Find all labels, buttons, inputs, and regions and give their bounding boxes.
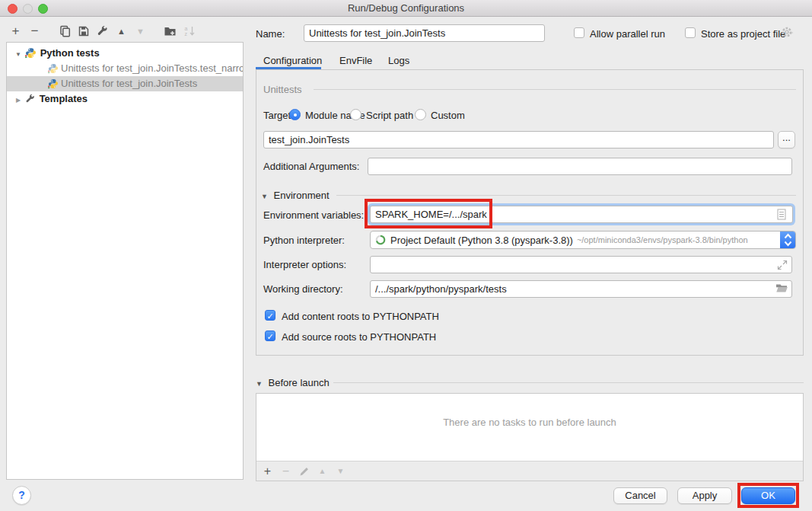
python-test-icon (48, 63, 59, 76)
save-icon[interactable] (77, 25, 90, 38)
edit-task-pencil-icon (298, 465, 310, 477)
python-test-icon (48, 78, 59, 91)
target-script-path-radio[interactable] (350, 109, 361, 120)
svg-text:z: z (184, 31, 187, 37)
target-custom-radio[interactable] (415, 109, 426, 120)
move-down-icon: ▼ (134, 25, 147, 38)
tab-envfile[interactable]: EnvFile (339, 55, 372, 66)
before-launch-title: Before launch (269, 377, 330, 388)
tree-item-python-tests[interactable]: ▼ Python tests (7, 46, 243, 61)
edit-defaults-wrench-icon[interactable] (96, 25, 109, 38)
store-as-project-file-checkbox[interactable] (685, 27, 696, 38)
move-up-icon[interactable]: ▲ (115, 25, 128, 38)
add-task-icon[interactable]: + (261, 465, 274, 477)
expand-field-icon[interactable] (776, 259, 788, 273)
tree-item-label: Python tests (40, 47, 100, 59)
before-launch-tasks-panel: There are no tasks to run before launch … (256, 393, 804, 481)
conda-env-icon (374, 234, 387, 246)
python-icon (25, 47, 37, 61)
cancel-button[interactable]: Cancel (613, 487, 667, 504)
tree-item-label: Unittests for test_join.JoinTests.test_n… (61, 62, 243, 74)
task-move-down-icon: ▼ (334, 465, 347, 477)
remove-icon[interactable]: − (28, 25, 41, 38)
name-input[interactable] (304, 24, 545, 42)
interpreter-name: Project Default (Python 3.8 (pyspark-3.8… (390, 235, 573, 246)
add-icon[interactable]: + (9, 25, 22, 38)
additional-arguments-input[interactable] (368, 158, 792, 175)
task-move-up-icon: ▲ (316, 465, 329, 477)
add-source-roots-label: Add source roots to PYTHONPATH (282, 331, 436, 343)
no-tasks-message: There are no tasks to run before launch (256, 417, 803, 428)
collapse-triangle-icon: ▼ (256, 380, 263, 388)
tasks-toolbar: + − ▲ ▼ (256, 461, 803, 481)
sort-alpha-icon: az (183, 25, 196, 38)
section-divider (336, 195, 796, 196)
interpreter-path: ~/opt/miniconda3/envs/pyspark-3.8/bin/py… (577, 235, 748, 244)
configurations-toolbar: + − ▲ ▼ az (9, 24, 196, 39)
disclosure-closed-icon[interactable]: ▶ (14, 93, 22, 107)
collapse-triangle-icon: ▼ (261, 193, 268, 200)
target-custom-label: Custom (431, 110, 465, 121)
tree-item-templates[interactable]: ▶ Templates (7, 91, 243, 107)
title-bar: Run/Debug Configurations (0, 0, 812, 17)
python-interpreter-label: Python interpreter: (263, 235, 345, 246)
environment-variables-input[interactable] (370, 206, 793, 223)
group-divider (314, 89, 796, 90)
browse-folder-icon[interactable] (775, 283, 788, 296)
help-button[interactable]: ? (12, 486, 31, 505)
tree-item-label: Templates (40, 93, 88, 104)
add-content-roots-label: Add content roots to PYTHONPATH (282, 311, 439, 322)
check-icon: ✓ (266, 311, 273, 321)
new-folder-icon[interactable] (164, 25, 177, 38)
wrench-icon (25, 94, 36, 107)
additional-arguments-label: Additional Arguments: (263, 161, 359, 172)
interpreter-options-input[interactable] (370, 256, 792, 273)
module-name-input[interactable] (263, 131, 774, 149)
unittests-group-title: Unittests (263, 84, 302, 95)
combo-stepper-icon[interactable] (780, 231, 796, 249)
add-content-roots-checkbox[interactable]: ✓ (265, 310, 275, 321)
before-launch-section-header[interactable]: ▼ Before launch (256, 377, 330, 388)
remove-task-icon: − (279, 465, 292, 477)
environment-section-title: Environment (274, 190, 330, 201)
environment-section-header[interactable]: ▼ Environment (261, 190, 330, 201)
tab-logs[interactable]: Logs (388, 55, 409, 66)
store-as-project-file-label: Store as project file (701, 28, 785, 40)
python-interpreter-select[interactable]: Project Default (Python 3.8 (pyspark-3.8… (370, 231, 796, 249)
check-icon: ✓ (266, 332, 273, 341)
tab-configuration[interactable]: Configuration (263, 55, 322, 66)
section-divider (333, 382, 804, 383)
target-module-name-radio[interactable] (289, 109, 301, 120)
environment-variables-label: Environment variables: (263, 209, 364, 221)
working-directory-label: Working directory: (263, 283, 343, 295)
working-directory-input[interactable] (370, 280, 792, 298)
name-label: Name: (256, 28, 285, 40)
ok-button[interactable]: OK (741, 487, 795, 504)
tree-item-jointests-selected[interactable]: Unittests for test_join.JoinTests (7, 76, 243, 91)
tree-item-test-narrow[interactable]: Unittests for test_join.JoinTests.test_n… (7, 61, 243, 76)
allow-parallel-run-label: Allow parallel run (590, 28, 665, 40)
configurations-tree: ▼ Python tests Unittests for test_join.J… (6, 42, 244, 480)
svg-text:a: a (184, 26, 187, 31)
edit-variables-list-icon[interactable] (777, 209, 787, 222)
copy-icon[interactable] (58, 25, 71, 38)
apply-button[interactable]: Apply (677, 487, 732, 504)
allow-parallel-run-checkbox[interactable] (574, 27, 584, 38)
target-script-path-label: Script path (366, 110, 413, 121)
add-source-roots-checkbox[interactable]: ✓ (265, 331, 275, 341)
store-options-gear-icon[interactable] (781, 25, 794, 41)
disclosure-open-icon[interactable]: ▼ (14, 47, 22, 61)
interpreter-options-label: Interpreter options: (263, 259, 346, 270)
window-title: Run/Debug Configurations (0, 2, 812, 14)
tree-item-label: Unittests for test_join.JoinTests (61, 78, 197, 89)
browse-module-button[interactable]: ... (778, 131, 795, 149)
